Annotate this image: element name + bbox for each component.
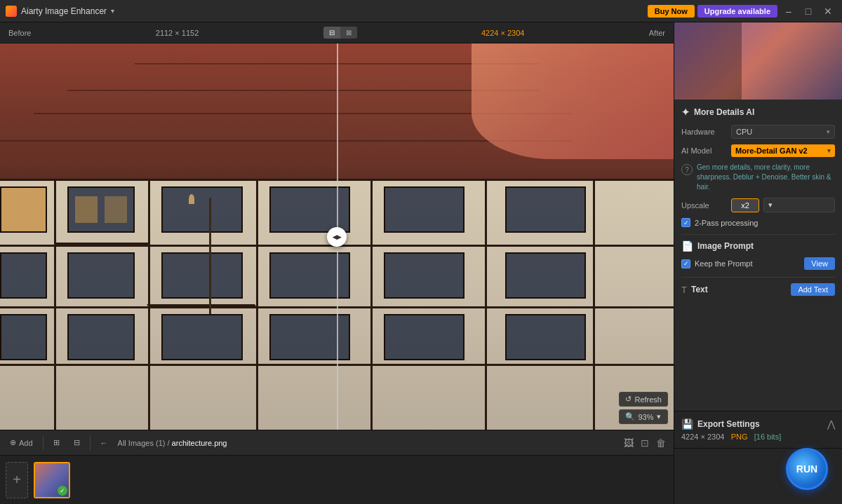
upscale-dropdown-arrow: ▾	[768, 200, 773, 210]
beam-v6	[593, 179, 595, 430]
roof-line-2	[67, 90, 539, 91]
window-18	[505, 314, 586, 360]
settings-panel: ✦ More Details AI Hardware CPU ▾ AI Mode…	[674, 100, 842, 411]
keep-prompt-checkbox[interactable]: ✓	[681, 259, 690, 268]
sky-patch	[472, 43, 674, 159]
window-15	[161, 314, 242, 360]
titlebar: Aiarty Image Enhancer ▾ Buy Now Upgrade …	[0, 0, 842, 22]
title-dropdown-arrow[interactable]: ▾	[111, 7, 114, 15]
window-1	[0, 186, 47, 233]
window-6	[505, 186, 586, 233]
divider-handle[interactable]: ◂▸	[327, 227, 347, 247]
ai-model-row: AI Model More-Detail GAN v2 ▾	[681, 144, 835, 157]
titlebar-left: Aiarty Image Enhancer ▾	[6, 6, 114, 17]
ai-model-value: More-Detail GAN v2	[735, 147, 808, 155]
upscale-value: x2	[731, 198, 759, 212]
toggle-split[interactable]: ⊟	[323, 27, 340, 39]
thumbnail-architecture[interactable]: ✓	[34, 462, 70, 498]
image-controls: ↺ Refresh 🔍 93% ▾	[619, 392, 668, 424]
maximize-button[interactable]: □	[800, 3, 817, 20]
image-prompt-icon: 📄	[681, 240, 693, 252]
right-panel: ✦ More Details AI Hardware CPU ▾ AI Mode…	[674, 22, 842, 504]
grid-view-small[interactable]: ⊞	[49, 436, 64, 449]
export-bits: [16 bits]	[754, 433, 782, 441]
fit-button[interactable]: ⊡	[639, 435, 651, 451]
toggle-full[interactable]: ⊠	[340, 27, 357, 39]
zoom-dropdown-arrow: ▾	[657, 412, 661, 421]
export-icon: 💾	[681, 418, 693, 430]
after-size: 4224 × 2304	[481, 29, 524, 37]
window-17	[384, 314, 465, 360]
export-header: 💾 Export Settings ⋀	[681, 418, 835, 430]
keep-prompt-label: Keep the Prompt	[695, 259, 753, 268]
titlebar-right: Buy Now Upgrade available – □ ✕	[648, 3, 836, 20]
hardware-row: Hardware CPU ▾	[681, 125, 835, 139]
image-prompt-header: 📄 Image Prompt	[681, 240, 835, 252]
export-panel: 💾 Export Settings ⋀ 4224 × 2304 PNG [16 …	[674, 411, 842, 448]
add-button[interactable]: ⊕ Add	[6, 436, 37, 449]
app-icon	[6, 6, 17, 17]
keep-prompt-check: ✓	[683, 260, 689, 267]
refresh-button[interactable]: ↺ Refresh	[619, 392, 668, 407]
beam-v3	[256, 179, 258, 430]
hardware-label: Hardware	[681, 128, 727, 136]
thumbnail-strip: + ✓	[0, 455, 674, 504]
close-button[interactable]: ✕	[820, 3, 836, 20]
back-button[interactable]: ←	[96, 437, 112, 449]
topbar: Before 2112 × 1152 ⊟ ⊠ 4224 × 2304 After	[0, 22, 674, 43]
export-info: 4224 × 2304 PNG [16 bits]	[681, 433, 835, 441]
two-pass-checkbox[interactable]: ✓	[681, 218, 690, 227]
after-label: After	[649, 29, 665, 37]
upscale-label: Upscale	[681, 201, 727, 210]
text-section-label: T Text	[681, 285, 708, 295]
check-mark: ✓	[683, 219, 689, 226]
beam-v4	[370, 179, 373, 430]
two-pass-label: 2-Pass processing	[695, 219, 759, 227]
text-label: Text	[691, 285, 708, 294]
upscale-select[interactable]: ▾	[763, 198, 835, 212]
filename: architecture.png	[172, 439, 227, 447]
add-label: Add	[19, 439, 33, 447]
ai-model-select[interactable]: More-Detail GAN v2 ▾	[731, 144, 835, 157]
help-icon: ?	[681, 164, 693, 175]
divider-1	[681, 234, 835, 235]
buy-now-button[interactable]: Buy Now	[648, 5, 695, 18]
ai-model-label: AI Model	[681, 147, 727, 155]
help-row: ? Gen more details, more clarity, more s…	[681, 163, 835, 192]
delete-button[interactable]: 🗑	[654, 435, 668, 451]
toolbar-separator-2	[90, 436, 91, 450]
thumbnail-check: ✓	[58, 486, 67, 496]
image-prompt-label: Image Prompt	[697, 241, 754, 251]
zoom-icon: 🔍	[625, 412, 635, 421]
keep-prompt-row: ✓ Keep the Prompt View	[681, 257, 835, 270]
grid-view-large[interactable]: ⊟	[69, 436, 84, 449]
app-title: Aiarty Image Enhancer	[21, 6, 107, 16]
run-button[interactable]: RUN	[786, 448, 828, 490]
zoom-value: 93%	[638, 413, 653, 421]
refresh-icon: ↺	[625, 395, 632, 404]
window-9	[161, 252, 242, 299]
divider-2	[681, 277, 835, 278]
all-images-link[interactable]: All Images (1) /	[118, 439, 170, 447]
grid-large-icon: ⊟	[74, 438, 80, 447]
preview-thumbnail	[674, 22, 842, 100]
export-format: PNG	[731, 433, 748, 441]
window-11	[384, 252, 465, 299]
add-text-button[interactable]: Add Text	[791, 283, 835, 296]
file-path: All Images (1) / architecture.png	[118, 439, 616, 447]
export-expand-button[interactable]: ⋀	[827, 418, 835, 430]
hardware-value: CPU	[736, 128, 752, 136]
image-panel: Before 2112 × 1152 ⊟ ⊠ 4224 × 2304 After	[0, 22, 674, 504]
hardware-select[interactable]: CPU ▾	[731, 125, 835, 139]
window-5	[384, 186, 465, 233]
view-button[interactable]: View	[804, 257, 835, 270]
add-image-button[interactable]: +	[6, 462, 28, 498]
toolbar-right: 🖼 ⊡ 🗑	[622, 435, 668, 451]
window-2	[67, 186, 135, 233]
image-canvas[interactable]: ◂▸ ↺ Refresh 🔍 93% ▾	[0, 43, 674, 430]
upgrade-button[interactable]: Upgrade available	[697, 5, 777, 18]
window-13	[0, 314, 47, 360]
view-toggle: ⊟ ⊠	[323, 27, 357, 39]
image-info-button[interactable]: 🖼	[622, 435, 636, 451]
minimize-button[interactable]: –	[780, 3, 797, 20]
